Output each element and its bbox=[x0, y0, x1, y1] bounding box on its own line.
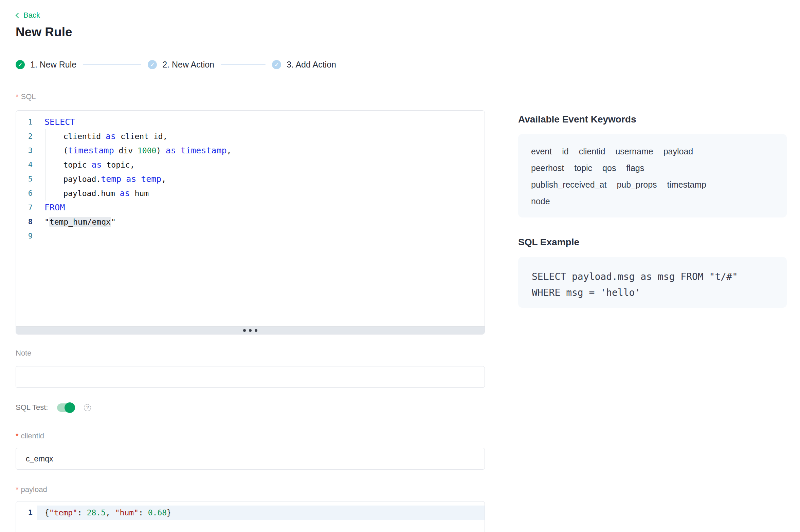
help-icon[interactable]: ? bbox=[84, 404, 91, 411]
required-marker: * bbox=[16, 92, 19, 101]
keyword: event bbox=[531, 146, 552, 156]
step-2-check-icon: ✓ bbox=[148, 60, 157, 69]
line-number: 3 bbox=[16, 144, 37, 158]
keyword: username bbox=[615, 146, 653, 156]
sql-line-3: 3 (timestamp div 1000) as timestamp, bbox=[16, 144, 485, 158]
page-title: New Rule bbox=[16, 25, 72, 39]
step-add-action: ✓ 3. Add Action bbox=[272, 60, 336, 70]
keyword: peerhost bbox=[531, 163, 564, 173]
line-number: 5 bbox=[16, 172, 37, 186]
step-2-label: 2. New Action bbox=[162, 60, 214, 70]
sql-example-line: SELECT payload.msg as msg FROM "t/#" bbox=[532, 269, 773, 285]
sql-line-4: 4 topic as topic, bbox=[16, 158, 485, 172]
sql-line-1: 1 SELECT bbox=[16, 115, 485, 129]
required-marker: * bbox=[16, 432, 19, 440]
line-number-active: 8 bbox=[16, 215, 37, 229]
line-number: 7 bbox=[16, 201, 37, 215]
indent-guide bbox=[54, 129, 54, 201]
payload-label-text: payload bbox=[21, 485, 47, 494]
resize-dot-icon bbox=[255, 329, 257, 332]
sql-line-7: 7 FROM bbox=[16, 201, 485, 215]
keyword-row: publish_received_at pub_props timestamp bbox=[531, 179, 774, 190]
keyword: payload bbox=[663, 146, 693, 156]
sql-line-2: 2 clientid as client_id, bbox=[16, 129, 485, 144]
sql-test-toggle[interactable] bbox=[57, 403, 75, 412]
note-field-label: Note bbox=[16, 349, 31, 358]
sql-field-label: * SQL bbox=[16, 92, 36, 101]
editor-resize-handle[interactable] bbox=[16, 326, 485, 334]
payload-code-editor[interactable]: 1 {"temp": 28.5, "hum": 0.68} bbox=[16, 501, 485, 532]
sql-editor-content: 1 SELECT 2 clientid as client_id, 3 (tim… bbox=[16, 111, 485, 243]
keyword: pub_props bbox=[617, 179, 657, 190]
back-chevron-icon bbox=[16, 13, 21, 18]
note-input[interactable] bbox=[16, 366, 485, 388]
line-number: 9 bbox=[16, 229, 37, 243]
wizard-steps: ✓ 1. New Rule ✓ 2. New Action ✓ 3. Add A… bbox=[16, 60, 336, 70]
step-3-label: 3. Add Action bbox=[287, 60, 336, 70]
keyword: node bbox=[531, 196, 550, 206]
note-label-text: Note bbox=[16, 349, 31, 358]
new-rule-page: Back New Rule ✓ 1. New Rule ✓ 2. New Act… bbox=[0, 0, 800, 532]
step-new-rule: ✓ 1. New Rule bbox=[16, 60, 76, 70]
sql-label-text: SQL bbox=[21, 92, 36, 101]
payload-line-1: 1 {"temp": 28.5, "hum": 0.68} bbox=[16, 506, 485, 520]
keyword-row: event id clientid username payload bbox=[531, 146, 774, 156]
clientid-label-text: clientid bbox=[21, 432, 44, 440]
sql-line-6: 6 payload.hum as hum bbox=[16, 186, 485, 201]
line-number: 6 bbox=[16, 186, 37, 201]
resize-dot-icon bbox=[243, 329, 246, 332]
line-number: 1 bbox=[16, 115, 37, 129]
sql-example-line: WHERE msg = 'hello' bbox=[532, 285, 773, 301]
keyword: flags bbox=[626, 163, 644, 173]
resize-dot-icon bbox=[249, 329, 252, 332]
step-new-action: ✓ 2. New Action bbox=[148, 60, 214, 70]
keyword: topic bbox=[574, 163, 592, 173]
keyword: clientid bbox=[579, 146, 605, 156]
step-connector bbox=[221, 64, 266, 65]
toggle-knob bbox=[65, 402, 75, 413]
back-label: Back bbox=[23, 11, 40, 20]
indent-guide bbox=[45, 129, 46, 201]
line-number: 4 bbox=[16, 158, 37, 172]
keyword: timestamp bbox=[667, 179, 706, 190]
payload-field-label: * payload bbox=[16, 485, 47, 494]
sql-example-panel: SELECT payload.msg as msg FROM "t/#" WHE… bbox=[518, 257, 787, 308]
step-connector bbox=[83, 64, 141, 65]
keyword: id bbox=[562, 146, 568, 156]
sql-test-label: SQL Test: bbox=[16, 403, 48, 412]
keyword-row: node bbox=[531, 196, 774, 206]
required-marker: * bbox=[16, 485, 19, 494]
sql-line-8: 8 "temp_hum/emqx" bbox=[16, 215, 485, 229]
keyword: publish_received_at bbox=[531, 179, 606, 190]
available-event-keywords-title: Available Event Keywords bbox=[518, 114, 636, 125]
clientid-field-label: * clientid bbox=[16, 432, 44, 440]
sql-test-row: SQL Test: ? bbox=[16, 403, 91, 412]
sql-code-editor[interactable]: 1 SELECT 2 clientid as client_id, 3 (tim… bbox=[16, 110, 485, 335]
line-number: 2 bbox=[16, 129, 37, 144]
event-keywords-panel: event id clientid username payload peerh… bbox=[518, 134, 787, 217]
step-1-label: 1. New Rule bbox=[30, 60, 76, 70]
sql-example-title: SQL Example bbox=[518, 237, 579, 248]
keyword: qos bbox=[602, 163, 616, 173]
sql-line-9: 9 bbox=[16, 229, 485, 243]
keyword-row: peerhost topic qos flags bbox=[531, 163, 774, 173]
step-1-check-icon: ✓ bbox=[16, 60, 25, 69]
line-number-active: 1 bbox=[16, 506, 37, 520]
back-link[interactable]: Back bbox=[16, 11, 40, 20]
sql-line-5: 5 payload.temp as temp, bbox=[16, 172, 485, 186]
step-3-check-icon: ✓ bbox=[272, 60, 281, 69]
clientid-input[interactable] bbox=[16, 448, 485, 470]
payload-editor-content: 1 {"temp": 28.5, "hum": 0.68} bbox=[16, 501, 485, 520]
